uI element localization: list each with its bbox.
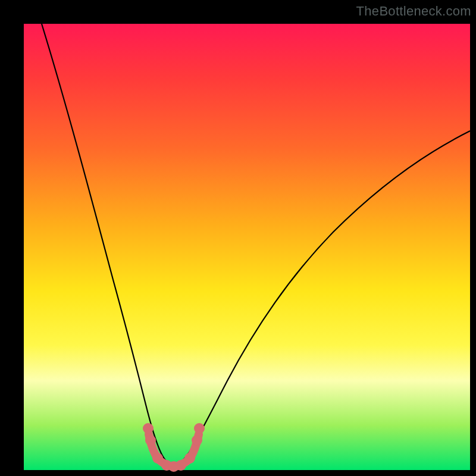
bottleneck-curve [42, 24, 470, 465]
bead-marker [145, 435, 156, 446]
bead-marker [192, 435, 202, 446]
bead-marker [194, 423, 205, 434]
bottleneck-curve-svg [24, 24, 470, 470]
bead-marker [143, 423, 154, 434]
bead-marker [176, 460, 186, 471]
chart-frame: TheBottleneck.com [0, 0, 476, 476]
bead-marker [184, 453, 195, 464]
watermark-text: TheBottleneck.com [356, 4, 471, 19]
plot-area [24, 24, 470, 470]
bead-marker [152, 453, 163, 464]
